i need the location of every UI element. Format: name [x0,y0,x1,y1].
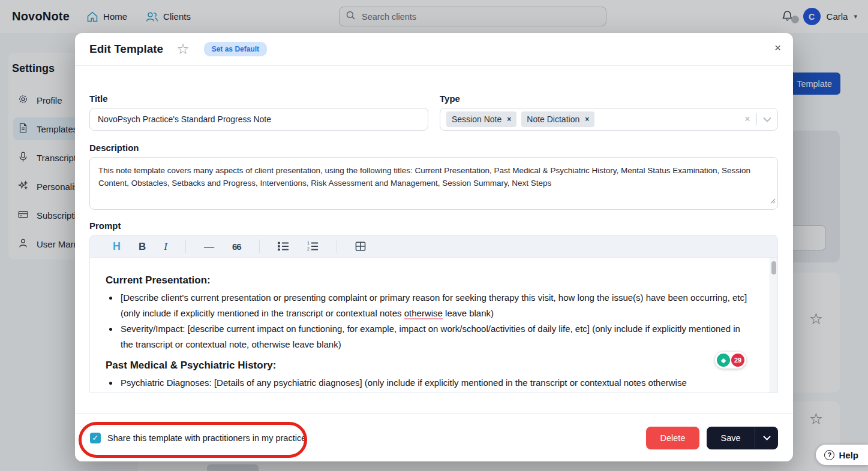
type-multiselect[interactable]: Session Note × Note Dictation × × [440,108,778,131]
italic-button[interactable]: I [164,241,167,252]
help-button-label: Help [839,450,858,460]
horizontal-rule-button[interactable]: — [204,241,214,252]
editor-scrollbar[interactable] [770,258,777,393]
close-icon[interactable]: × [774,41,781,55]
save-button[interactable]: Save [707,433,755,443]
prompt-heading: Current Presentation: [106,274,753,286]
type-tag: Note Dictation × [521,111,594,127]
share-checkbox[interactable]: ✓ [90,433,101,443]
set-default-badge[interactable]: Set as Default [204,42,267,56]
chevron-down-icon[interactable] [763,117,771,122]
modal-footer: ✓ Share this template with practitioners… [75,413,793,461]
bullet-list-button[interactable] [278,241,289,251]
description-label: Description [89,143,778,153]
remove-tag-icon[interactable]: × [585,115,589,123]
type-tag-label: Session Note [452,114,501,124]
modal-body: Title Type Session Note × Note Dictation… [75,66,793,393]
svg-text:2: 2 [307,247,310,251]
editor-toolbar: H B I — 66 12 [89,235,778,258]
share-checkbox-label: Share this template with practitioners i… [107,433,306,443]
remove-tag-icon[interactable]: × [507,115,511,123]
edit-template-modal: Edit Template ☆ Set as Default × Title T… [75,33,793,461]
title-input[interactable] [89,108,428,131]
suggestion-count-badge: 29 [731,354,744,367]
help-button[interactable]: ? Help [816,445,868,465]
bold-button[interactable]: B [139,241,146,252]
blockquote-button[interactable]: 66 [232,242,241,251]
type-tag: Session Note × [446,111,516,127]
title-label: Title [89,93,428,104]
insert-table-button[interactable] [355,241,366,251]
description-text: This note template covers many aspects o… [98,166,750,188]
spellcheck-flagged-word: otherwise [404,308,443,319]
clear-all-icon[interactable]: × [744,113,750,125]
ordered-list-button[interactable]: 12 [307,241,319,251]
app-screen: NovoNote Home Clients C Carla ▾ Settings… [0,0,868,471]
type-tag-label: Note Dictation [527,114,579,124]
save-options-chevron-icon[interactable] [755,436,778,440]
favorite-star-icon[interactable]: ☆ [176,42,190,56]
prompt-content: Current Presentation: [Describe client's… [90,258,777,391]
toolbar-divider [259,240,260,253]
grammarly-widget[interactable]: ◆ 29 [715,352,746,369]
toolbar-divider [337,240,337,253]
toolbar-divider [185,240,186,253]
prompt-label: Prompt [89,221,778,231]
modal-header: Edit Template ☆ Set as Default × [75,33,793,66]
divider [756,113,757,125]
type-label: Type [440,93,778,104]
modal-title: Edit Template [89,43,163,56]
description-textarea[interactable]: This note template covers many aspects o… [89,157,778,210]
question-mark-icon: ? [824,450,834,460]
heading-button[interactable]: H [113,241,121,252]
prompt-bullet: [Describe client's current presentation … [119,290,753,321]
lightbulb-icon: ◆ [717,354,730,367]
resize-handle[interactable] [770,195,776,207]
prompt-bullet: Severity/Impact: [describe current impac… [119,321,753,352]
delete-button[interactable]: Delete [646,427,699,449]
scrollbar-thumb[interactable] [771,261,776,274]
save-split-button: Save [707,427,778,449]
prompt-heading: Past Medical & Psychiatric History: [106,360,753,372]
prompt-editor[interactable]: Current Presentation: [Describe client's… [89,258,778,393]
svg-text:1: 1 [307,241,310,245]
prompt-bullet: Psychiatric Diagnoses: [Details of any p… [119,375,753,391]
